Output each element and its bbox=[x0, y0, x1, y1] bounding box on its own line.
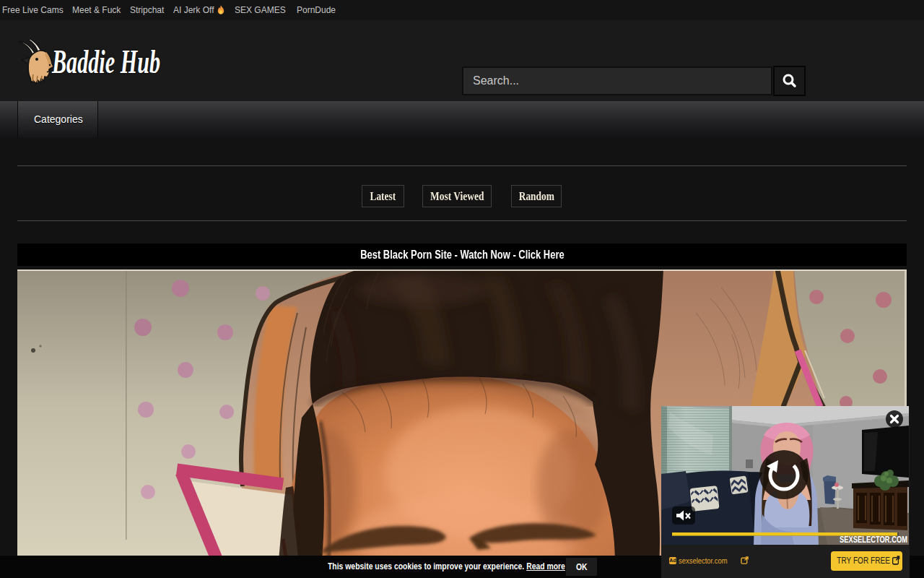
svg-text:SEXSELECTOR.COM: SEXSELECTOR.COM bbox=[840, 535, 907, 545]
svg-text:Baddie Hub: Baddie Hub bbox=[51, 43, 160, 80]
